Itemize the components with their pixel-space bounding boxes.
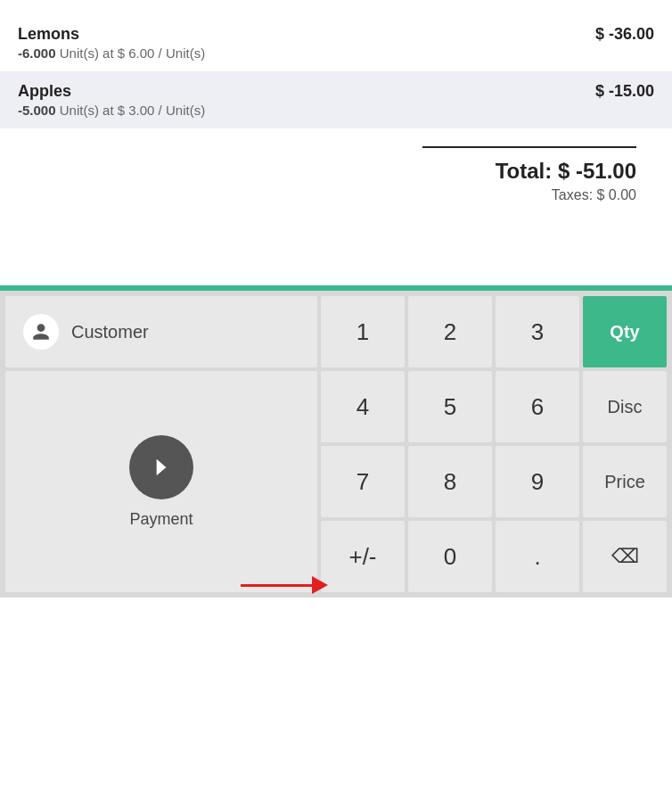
item-price-lemons: $ -36.00 [595, 25, 654, 44]
item-detail-apples: -5.000 Unit(s) at $ 3.00 / Unit(s) [18, 103, 205, 118]
total-divider [422, 146, 636, 148]
numpad-btn-disc[interactable]: Disc [583, 371, 667, 442]
numpad-btn-4[interactable]: 4 [321, 371, 405, 442]
item-name-lemons: Lemons [18, 25, 205, 44]
total-line: Total: $ -51.00 [496, 159, 636, 184]
payment-arrow-button[interactable] [129, 435, 193, 499]
customer-icon [23, 314, 59, 350]
totals-area: Total: $ -51.00 Taxes: $ 0.00 [18, 128, 654, 218]
numpad-btn-8[interactable]: 8 [408, 446, 492, 517]
item-info-lemons: Lemons -6.000 Unit(s) at $ 6.00 / Unit(s… [18, 25, 205, 61]
numpad-btn-0[interactable]: 0 [408, 521, 492, 592]
taxes-line: Taxes: $ 0.00 [552, 187, 636, 203]
customer-cell[interactable]: Customer [5, 296, 317, 367]
payment-label: Payment [129, 510, 193, 529]
numpad-btn-dot[interactable]: . [496, 521, 579, 592]
payment-cell[interactable]: Payment [5, 371, 317, 592]
customer-label: Customer [71, 322, 149, 342]
line-item-lemons: Lemons -6.000 Unit(s) at $ 6.00 / Unit(s… [18, 14, 654, 71]
item-name-apples: Apples [18, 82, 205, 101]
item-price-apples: $ -15.00 [595, 82, 654, 101]
numpad-btn-qty[interactable]: Qty [583, 296, 667, 367]
numpad-btn-7[interactable]: 7 [321, 446, 405, 517]
numpad-container: Customer 1 2 3 Qty Payment 4 5 6 Disc 7 … [0, 291, 672, 598]
numpad-btn-5[interactable]: 5 [408, 371, 492, 442]
numpad-btn-price[interactable]: Price [583, 446, 667, 517]
numpad-btn-9[interactable]: 9 [496, 446, 579, 517]
numpad-btn-6[interactable]: 6 [496, 371, 579, 442]
numpad-btn-2[interactable]: 2 [408, 296, 492, 367]
numpad-btn-plusminus[interactable]: +/- [321, 521, 405, 592]
line-item-apples: Apples -5.000 Unit(s) at $ 3.00 / Unit(s… [0, 71, 672, 128]
numpad-btn-backspace[interactable]: ⌫ [583, 521, 667, 592]
item-info-apples: Apples -5.000 Unit(s) at $ 3.00 / Unit(s… [18, 82, 205, 118]
item-detail-lemons: -6.000 Unit(s) at $ 6.00 / Unit(s) [18, 45, 205, 61]
receipt-section: Lemons -6.000 Unit(s) at $ 6.00 / Unit(s… [0, 0, 672, 232]
numpad-btn-3[interactable]: 3 [496, 296, 579, 367]
numpad-btn-1[interactable]: 1 [321, 296, 405, 367]
